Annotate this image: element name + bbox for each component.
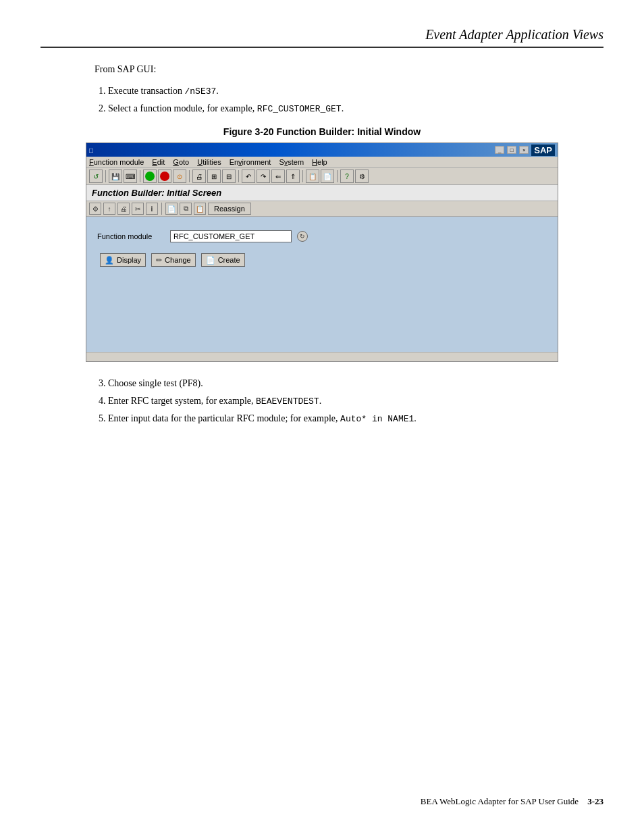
page-title: Event Adapter Application Views [425,27,603,42]
tb-info-btn[interactable]: ⊙ [173,170,186,183]
sap-menu-bar: Function module Edit Goto Utilities Envi… [86,157,558,168]
step-4: Enter RFC target system, for example, BE… [108,396,603,407]
sap-content-header: Function Builder: Initial Screen [86,185,558,201]
tb2-sep-1 [161,203,162,215]
step-2: Select a function module, for example, R… [108,103,603,114]
create-icon: 📄 [206,256,215,265]
tb-settings-btn[interactable]: ⚙ [355,170,369,183]
step-5-code: Auto* in NAME1 [340,414,414,424]
field-search-icon[interactable]: ↻ [297,231,308,242]
sap-screen-title: Function Builder: Initial Screen [92,188,221,198]
tb2-arrow-up[interactable]: ↑ [103,203,115,215]
step-4-code: BEAEVENTDEST [256,396,319,407]
tb-doc2-btn[interactable]: 📄 [321,170,334,183]
tb-back-btn[interactable]: ↺ [89,170,103,183]
sap-maximize-btn[interactable]: □ [507,146,516,154]
tb-undo-btn[interactable]: ↶ [242,170,255,183]
tb2-scissors[interactable]: ✂ [132,203,144,215]
function-module-row: Function module ↻ [97,230,547,242]
change-button[interactable]: ✏ Change [151,253,196,267]
sap-toolbar-2: ⚙ ↑ 🖨 ✂ i 📄 ⧉ 📋 Reassign [86,201,558,217]
intro-text: From SAP GUI: [95,64,603,75]
menu-system[interactable]: System [279,158,304,166]
menu-help[interactable]: Help [312,158,327,166]
sap-main-content: Function module ↻ 👤 Display ✏ Change 📄 C… [86,217,558,352]
create-label: Create [218,256,240,264]
step-2-code: RFC_CUSTOMER_GET [257,104,342,114]
menu-function-module[interactable]: Function module [89,158,144,166]
sap-title-bar: □ _ □ × SAP [86,143,558,157]
step-1: Execute transaction /nSE37. [108,86,603,97]
function-module-input[interactable] [170,230,292,242]
action-buttons-row: 👤 Display ✏ Change 📄 Create [100,253,547,267]
sap-close-btn[interactable]: × [519,146,529,154]
sap-minimize-btn[interactable]: _ [495,146,504,154]
display-label: Display [117,256,141,264]
step-5: Enter input data for the particular RFC … [108,413,603,424]
steps-before-list: Execute transaction /nSE37. Select a fun… [108,86,603,114]
tb2-copy[interactable]: ⧉ [180,203,192,215]
tb-nav1-btn[interactable]: ⇐ [271,170,285,183]
tb-red-btn[interactable] [158,170,171,183]
menu-environment[interactable]: Environment [230,158,271,166]
sap-status-bar [86,352,558,361]
page-footer: BEA WebLogic Adapter for SAP User Guide … [421,796,603,807]
tb-print-btn[interactable]: 🖨 [192,170,206,183]
tb2-paste[interactable]: 📋 [194,203,206,215]
sap-toolbar-1: ↺ 💾 ⌨ ⊙ 🖨 ⊞ ⊟ ↶ ↷ ⇐ ⇑ 📋 📄 ? ⚙ [86,168,558,185]
tb-doc1-btn[interactable]: 📋 [306,170,319,183]
change-label: Change [165,256,191,264]
menu-edit[interactable]: Edit [152,158,165,166]
tb2-icon1[interactable]: ⚙ [89,203,101,215]
display-icon: 👤 [105,256,114,265]
sap-screenshot: □ _ □ × SAP Function module Edit Goto Ut… [86,142,558,362]
function-module-label: Function module [97,232,165,240]
reassign-button[interactable]: Reassign [208,203,251,215]
tb-green-btn[interactable] [143,170,157,183]
footer-page: 3-23 [587,796,603,806]
menu-utilities[interactable]: Utilities [197,158,221,166]
tb-sep-6 [337,170,338,182]
sap-title-text: □ [89,147,93,154]
tb-nav2-btn[interactable]: ⇑ [286,170,300,183]
tb-sep-5 [302,170,303,182]
tb2-bold[interactable]: i [146,203,158,215]
tb-save-btn[interactable]: 💾 [109,170,122,183]
tb-shortcut-btn[interactable]: ⌨ [124,170,137,183]
tb-redo-btn[interactable]: ↷ [257,170,270,183]
sap-logo: SAP [531,145,555,156]
steps-after-list: Choose single test (PF8). Enter RFC targ… [108,378,603,424]
tb-grid2-btn[interactable]: ⊟ [222,170,236,183]
step-3: Choose single test (PF8). [108,378,603,389]
tb2-print[interactable]: 🖨 [117,203,130,215]
tb-sep-3 [189,170,190,182]
step-1-code: /nSE37 [185,86,217,97]
menu-goto[interactable]: Goto [173,158,189,166]
change-icon: ✏ [156,256,162,265]
tb2-doc1[interactable]: 📄 [165,203,178,215]
tb-help-btn[interactable]: ? [340,170,354,183]
tb-sep-2 [140,170,140,182]
tb-sep-1 [105,170,106,182]
tb-sep-4 [238,170,239,182]
display-button[interactable]: 👤 Display [100,253,146,267]
create-button[interactable]: 📄 Create [201,253,245,267]
footer-text: BEA WebLogic Adapter for SAP User Guide [421,796,579,806]
tb-grid-btn[interactable]: ⊞ [207,170,221,183]
figure-caption: Figure 3-20 Function Builder: Initial Wi… [41,126,603,137]
page-header: Event Adapter Application Views [41,27,603,48]
